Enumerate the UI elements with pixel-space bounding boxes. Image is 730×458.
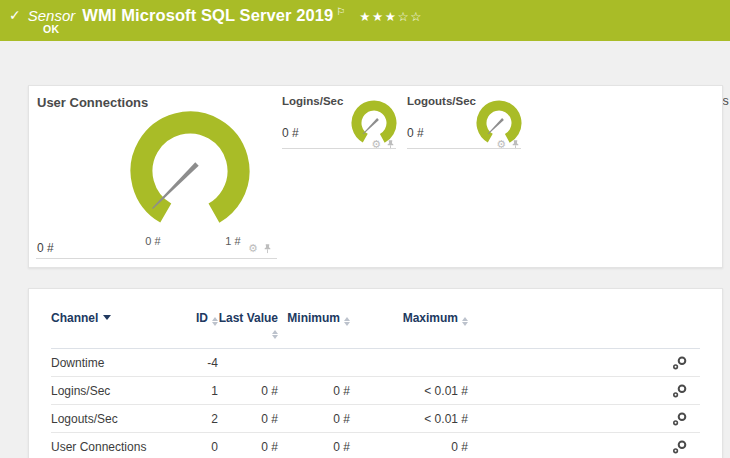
channels-panel: Channel ID Last Value Minimum Maximum Do… xyxy=(28,288,723,458)
cell-minimum: 0 # xyxy=(278,440,350,454)
gauge-needle xyxy=(363,118,379,134)
user-connections-gauge xyxy=(129,110,251,232)
cell-last-value: 0 # xyxy=(218,412,278,426)
channel-settings-icon[interactable] xyxy=(672,412,688,426)
logouts-gauge-value: 0 # xyxy=(407,126,424,140)
flag-icon[interactable]: ⚐ xyxy=(336,6,345,17)
main-gauge-actions: ⚙ xyxy=(248,243,272,254)
tab-bar: Overview Live Data 2 days 30 days 365 da… xyxy=(0,41,730,85)
pin-icon[interactable] xyxy=(263,243,272,254)
cell-channel[interactable]: Logouts/Sec xyxy=(51,412,186,426)
cell-maximum: < 0.01 # xyxy=(350,384,468,398)
sensor-status-text: OK xyxy=(43,23,59,35)
table-row[interactable]: Logins/Sec 1 0 # 0 # < 0.01 # xyxy=(51,377,700,405)
col-last-value[interactable]: Last Value xyxy=(218,312,278,339)
gauge-needle xyxy=(488,118,504,134)
object-kind-label: Sensor xyxy=(28,7,76,24)
cell-maximum: 0 # xyxy=(350,440,468,454)
sort-icon xyxy=(272,330,278,339)
logouts-gauge-title: Logouts/Sec xyxy=(407,95,476,107)
cell-channel[interactable]: Downtime xyxy=(51,356,186,370)
table-row[interactable]: Logouts/Sec 2 0 # 0 # < 0.01 # xyxy=(51,405,700,433)
prtg-sensor-page: ✓ Sensor WMI Microsoft SQL Server 2019 ⚐… xyxy=(0,0,730,458)
gauges-panel: User Connections 0 # 1 # 0 # ⚙ Logins/Se… xyxy=(28,85,723,268)
cell-id: 0 xyxy=(186,440,218,454)
logins-gauge-value: 0 # xyxy=(282,126,299,140)
gauge-scale-min: 0 # xyxy=(133,235,173,247)
cell-maximum: < 0.01 # xyxy=(350,412,468,426)
priority-stars[interactable]: ★★★☆☆ xyxy=(359,9,423,24)
cell-id: 1 xyxy=(186,384,218,398)
gauge-settings-icon[interactable]: ⚙ xyxy=(248,243,258,254)
cell-channel[interactable]: Logins/Sec xyxy=(51,384,186,398)
col-id[interactable]: ID xyxy=(186,312,218,326)
cell-id: 2 xyxy=(186,412,218,426)
cell-minimum: 0 # xyxy=(278,412,350,426)
logins-gauge-title: Logins/Sec xyxy=(282,95,343,107)
logins-gauge-group: Logins/Sec 0 # ⚙ xyxy=(282,95,396,155)
ok-check-icon: ✓ xyxy=(9,7,21,23)
table-row[interactable]: Downtime -4 xyxy=(51,349,700,377)
divider xyxy=(282,148,396,149)
channel-settings-icon[interactable] xyxy=(672,356,688,370)
channel-settings-icon[interactable] xyxy=(672,440,688,454)
sensor-title: WMI Microsoft SQL Server 2019 xyxy=(82,6,333,25)
sort-desc-icon xyxy=(103,315,111,320)
gauge-scale-max: 1 # xyxy=(213,235,253,247)
cell-id: -4 xyxy=(186,356,218,370)
main-gauge-value: 0 # xyxy=(37,241,54,255)
cell-minimum: 0 # xyxy=(278,384,350,398)
col-minimum[interactable]: Minimum xyxy=(278,312,350,326)
sort-icon xyxy=(462,317,468,326)
divider xyxy=(407,148,521,149)
main-gauge-title: User Connections xyxy=(37,95,148,110)
cell-channel[interactable]: User Connections xyxy=(51,440,186,454)
col-channel[interactable]: Channel xyxy=(51,312,186,325)
cell-last-value: 0 # xyxy=(218,384,278,398)
sensor-status-bar: ✓ Sensor WMI Microsoft SQL Server 2019 ⚐… xyxy=(0,0,730,41)
divider xyxy=(36,258,277,259)
gauge-needle xyxy=(152,162,199,209)
channel-settings-icon[interactable] xyxy=(672,384,688,398)
col-maximum[interactable]: Maximum xyxy=(350,312,468,326)
logouts-gauge-group: Logouts/Sec 0 # ⚙ xyxy=(407,95,521,155)
cell-last-value: 0 # xyxy=(218,440,278,454)
table-row[interactable]: User Connections 0 0 # 0 # 0 # xyxy=(51,433,700,458)
channel-table-header: Channel ID Last Value Minimum Maximum xyxy=(51,312,700,349)
